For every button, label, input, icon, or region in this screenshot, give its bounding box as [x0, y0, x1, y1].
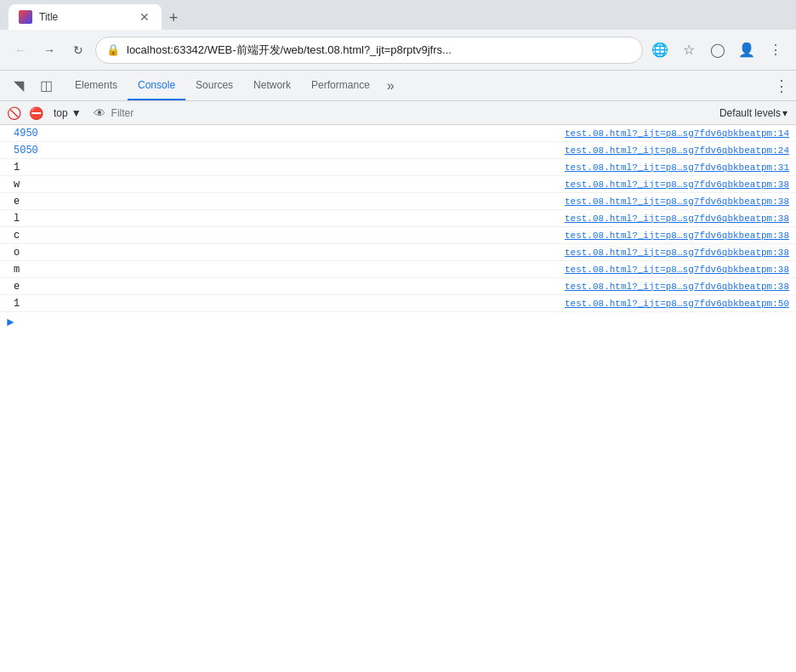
address-bar[interactable]: 🔒 localhost:63342/WEB-前端开发/web/test.08.h…	[95, 37, 643, 64]
inspect-element-button[interactable]: ◥	[7, 74, 31, 98]
devtools-tabs: Elements Console Sources Network Perform…	[65, 71, 767, 100]
console-value: 4950	[7, 128, 219, 140]
console-toolbar: 🚫 ⛔ top ▼ 👁 Default levels ▾	[0, 101, 796, 125]
bookmark-button[interactable]: ☆	[677, 38, 701, 62]
account-button[interactable]: 👤	[735, 38, 759, 62]
console-source-link[interactable]: test.08.html?_ijt=p8…sg7fdv6qbkbeatpm:38	[565, 179, 796, 190]
context-selector[interactable]: top ▼	[48, 104, 88, 122]
tab-console[interactable]: Console	[128, 71, 185, 100]
new-tab-button[interactable]: +	[162, 6, 185, 30]
translate-button[interactable]: 🌐	[648, 38, 672, 62]
tab-performance[interactable]: Performance	[301, 71, 380, 100]
console-source-link[interactable]: test.08.html?_ijt=p8…sg7fdv6qbkbeatpm:24	[565, 145, 796, 156]
console-value: 1	[7, 162, 219, 174]
console-source-link[interactable]: test.08.html?_ijt=p8…sg7fdv6qbkbeatpm:14	[565, 128, 796, 139]
console-row: 1test.08.html?_ijt=p8…sg7fdv6qbkbeatpm:3…	[0, 159, 796, 176]
console-row: 4950test.08.html?_ijt=p8…sg7fdv6qbkbeatp…	[0, 125, 796, 142]
device-toolbar-button[interactable]: ◫	[34, 74, 58, 98]
forward-button[interactable]: →	[37, 38, 61, 62]
filter-button[interactable]: ⛔	[26, 103, 46, 123]
console-value: o	[7, 247, 219, 259]
clear-console-button[interactable]: 🚫	[3, 103, 24, 123]
context-arrow: ▼	[71, 107, 82, 119]
console-source-link[interactable]: test.08.html?_ijt=p8…sg7fdv6qbkbeatpm:38	[565, 265, 796, 275]
tab-close-btn[interactable]: ✕	[138, 10, 151, 24]
devtools-more-tabs-btn[interactable]: »	[380, 71, 401, 100]
devtools-settings-btn[interactable]: ⋮	[767, 71, 796, 100]
console-row: etest.08.html?_ijt=p8…sg7fdv6qbkbeatpm:3…	[0, 193, 796, 210]
browser-tab[interactable]: Title ✕	[9, 4, 162, 30]
performance-button[interactable]: ◯	[706, 38, 730, 62]
tab-favicon	[19, 10, 32, 24]
url-text: localhost:63342/WEB-前端开发/web/test.08.htm…	[127, 43, 632, 58]
console-source-link[interactable]: test.08.html?_ijt=p8…sg7fdv6qbkbeatpm:50	[565, 299, 796, 309]
console-value: e	[7, 196, 219, 208]
reload-button[interactable]: ↻	[66, 38, 90, 62]
console-value: m	[7, 264, 219, 276]
console-value: c	[7, 230, 219, 242]
prompt-arrow-icon: ►	[7, 316, 14, 329]
tab-title: Title	[39, 11, 58, 23]
tab-bar: Title ✕ +	[0, 0, 796, 30]
console-row: mtest.08.html?_ijt=p8…sg7fdv6qbkbeatpm:3…	[0, 261, 796, 278]
console-source-link[interactable]: test.08.html?_ijt=p8…sg7fdv6qbkbeatpm:38	[565, 282, 796, 292]
console-row: otest.08.html?_ijt=p8…sg7fdv6qbkbeatpm:3…	[0, 244, 796, 261]
console-output: 4950test.08.html?_ijt=p8…sg7fdv6qbkbeatp…	[0, 125, 796, 672]
back-button[interactable]: ←	[9, 38, 32, 62]
console-row: ltest.08.html?_ijt=p8…sg7fdv6qbkbeatpm:3…	[0, 210, 796, 227]
console-row: etest.08.html?_ijt=p8…sg7fdv6qbkbeatpm:3…	[0, 278, 796, 295]
tab-elements[interactable]: Elements	[65, 71, 128, 100]
console-value: l	[7, 213, 219, 225]
context-label: top	[54, 107, 68, 119]
more-button[interactable]: ⋮	[764, 38, 787, 62]
console-row: 1test.08.html?_ijt=p8…sg7fdv6qbkbeatpm:5…	[0, 295, 796, 312]
log-levels-arrow: ▾	[782, 107, 787, 119]
console-value: 5050	[7, 145, 219, 157]
devtools-topbar: ◥ ◫ Elements Console Sources Network Per…	[0, 71, 796, 101]
lock-icon: 🔒	[106, 43, 120, 56]
console-source-link[interactable]: test.08.html?_ijt=p8…sg7fdv6qbkbeatpm:31	[565, 162, 796, 173]
filter-input[interactable]	[111, 105, 713, 122]
console-source-link[interactable]: test.08.html?_ijt=p8…sg7fdv6qbkbeatpm:38	[565, 214, 796, 224]
devtools-panel: ◥ ◫ Elements Console Sources Network Per…	[0, 71, 796, 672]
address-bar-row: ← → ↻ 🔒 localhost:63342/WEB-前端开发/web/tes…	[0, 30, 796, 71]
tab-sources[interactable]: Sources	[185, 71, 243, 100]
console-source-link[interactable]: test.08.html?_ijt=p8…sg7fdv6qbkbeatpm:38	[565, 196, 796, 207]
log-levels-label: Default levels	[719, 107, 781, 119]
log-levels-dropdown[interactable]: Default levels ▾	[714, 104, 793, 122]
console-value: e	[7, 281, 219, 293]
console-row: ctest.08.html?_ijt=p8…sg7fdv6qbkbeatpm:3…	[0, 227, 796, 244]
console-prompt[interactable]: ►	[0, 312, 796, 333]
console-row: wtest.08.html?_ijt=p8…sg7fdv6qbkbeatpm:3…	[0, 176, 796, 193]
live-expressions-button[interactable]: 👁	[89, 103, 110, 123]
console-source-link[interactable]: test.08.html?_ijt=p8…sg7fdv6qbkbeatpm:38	[565, 248, 796, 258]
console-value: 1	[7, 298, 219, 310]
console-source-link[interactable]: test.08.html?_ijt=p8…sg7fdv6qbkbeatpm:38	[565, 231, 796, 241]
tab-network[interactable]: Network	[243, 71, 301, 100]
console-row: 5050test.08.html?_ijt=p8…sg7fdv6qbkbeatp…	[0, 142, 796, 159]
devtools-left-icons: ◥ ◫	[0, 74, 65, 98]
console-value: w	[7, 179, 219, 191]
